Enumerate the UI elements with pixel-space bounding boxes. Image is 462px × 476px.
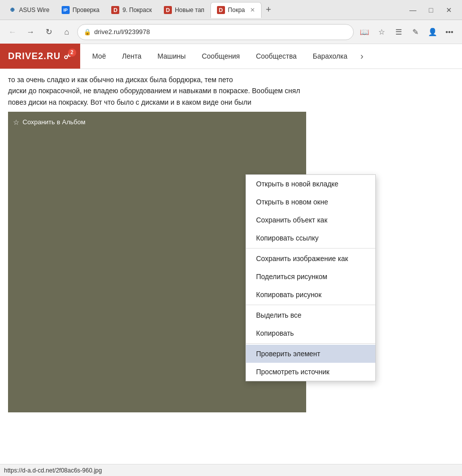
separator-2 [246,305,375,305]
address-actions: 📖 ☆ ☰ ✎ 👤 ••• [357,25,457,40]
nav-mashiny[interactable]: Машины [149,44,193,69]
content-line3: повез диски на покраску. Вот что было с … [8,97,454,108]
address-bar: ← → ↻ ⌂ 🔒 drive2.ru/l/9239978 📖 ☆ ☰ ✎ 👤 … [0,20,462,44]
reading-list-button[interactable]: 📖 [357,25,372,40]
nav-barakholka[interactable]: Барахолка [305,44,355,69]
status-url: https://d-a.d-cd.net/2f08ac6s-960.jpg [4,467,102,474]
menu-select-all[interactable]: Выделить все [246,306,375,324]
tab-label-novye-tap: Новые тап [175,7,204,14]
site-nav: Моё Лента Машины Сообщения Сообщества Ба… [80,44,372,69]
tab-label-pokra: Покра [228,7,245,14]
back-button[interactable]: ← [5,25,20,40]
status-bar: https://d-a.d-cd.net/2f08ac6s-960.jpg [0,464,462,476]
menu-save-object[interactable]: Сохранить объект как [246,211,375,229]
content-line1: то за очень сладко и как обычно на диска… [8,74,454,85]
more-button[interactable]: ••• [442,25,457,40]
tab-favicon-asus: ⊕ [8,6,16,14]
logo-text: DRIVE2.RU [8,51,61,62]
nav-moe[interactable]: Моё [84,44,114,69]
tab-pokra-active[interactable]: D Покра ✕ [210,2,262,18]
site-header: DRIVE2.RU ☍ 2 Моё Лента Машины Сообщения… [0,44,462,69]
site-logo[interactable]: DRIVE2.RU ☍ 2 [0,44,80,69]
content-line2: диски до покрасочной, не владею оборудов… [8,85,454,96]
tab-close-button[interactable]: ✕ [250,7,255,14]
tab-asus-wire[interactable]: ⊕ ASUS Wire [2,2,56,18]
nav-lenta[interactable]: Лента [114,44,149,69]
tab-favicon-d3: D [217,6,225,14]
tab-favicon-d2: D [164,6,172,14]
forward-button[interactable]: → [23,25,38,40]
separator-1 [246,248,375,249]
close-button[interactable]: ✕ [442,3,456,17]
profile-button[interactable]: 👤 [425,25,440,40]
nav-soobshhestva[interactable]: Сообщества [248,44,305,69]
context-menu: Открыть в новой вкладке Открыть в новом … [246,174,376,381]
menu-save-image[interactable]: Сохранить изображение как [246,250,375,268]
menu-inspect[interactable]: Проверить элемент [246,345,375,363]
tab-bar: ⊕ ASUS Wire IP Проверка D 9. Покраск D Н… [0,0,462,20]
menu-copy[interactable]: Копировать [246,324,375,342]
tab-label-proverka: Проверка [73,7,100,14]
menu-copy-link[interactable]: Копировать ссылку [246,229,375,247]
save-album-label: Сохранить в Альбом [23,117,85,128]
nav-soobshheniya[interactable]: Сообщения [194,44,248,69]
tab-label-pokraska9: 9. Покраск [122,7,152,14]
notification-count: 2 [68,49,76,57]
star-icon: ☆ [13,117,20,128]
maximize-button[interactable]: □ [424,3,438,17]
tab-label-asus: ASUS Wire [19,7,50,14]
nav-more-icon[interactable]: › [355,51,368,62]
hub-button[interactable]: ✎ [408,25,423,40]
notification-badge[interactable]: ☍ 2 [64,52,72,61]
content-text: то за очень сладко и как обычно на диска… [8,74,454,108]
tab-favicon-d1: D [111,6,119,14]
lock-icon: 🔒 [84,29,91,36]
menu-open-new-tab[interactable]: Открыть в новой вкладке [246,175,375,193]
page-content: то за очень сладко и как обычно на диска… [0,69,462,417]
home-button[interactable]: ⌂ [59,25,74,40]
menu-share-image[interactable]: Поделиться рисунком [246,268,375,286]
menu-open-new-window[interactable]: Открыть в новом окне [246,193,375,211]
minimize-button[interactable]: — [406,3,420,17]
refresh-button[interactable]: ↻ [41,25,56,40]
tab-novye-tap[interactable]: D Новые тап [158,2,210,18]
menu-copy-image[interactable]: Копировать рисунок [246,286,375,304]
tab-favicon-ip: IP [62,6,70,14]
tab-proverka[interactable]: IP Проверка [56,2,106,18]
menu-button[interactable]: ☰ [391,25,406,40]
save-album-button[interactable]: ☆ Сохранить в Альбом [13,117,85,128]
url-text: drive2.ru/l/9239978 [94,28,150,36]
window-controls: — □ ✕ [402,3,460,17]
separator-3 [246,343,375,344]
url-bar[interactable]: 🔒 drive2.ru/l/9239978 [77,24,354,40]
menu-view-source[interactable]: Просмотреть источник [246,363,375,381]
tab-pokraska9[interactable]: D 9. Покраск [105,2,158,18]
new-tab-button[interactable]: + [262,3,276,17]
bookmark-button[interactable]: ☆ [374,25,389,40]
